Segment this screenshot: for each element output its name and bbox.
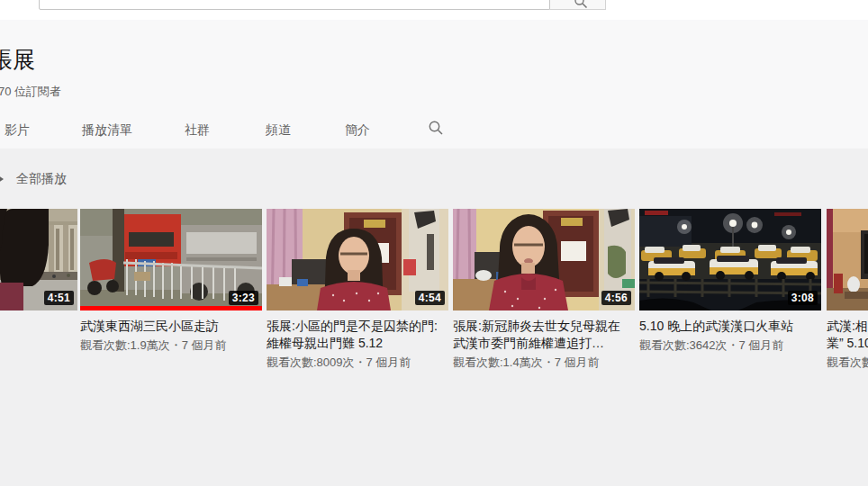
masthead: 搜尋 [0, 0, 868, 20]
video-card[interactable]: 武漢:相 業” 5.10 觀看次數: [827, 209, 868, 369]
video-title[interactable]: 續顯現5.13 [0, 318, 64, 335]
video-thumbnail[interactable]: 3:08 [639, 209, 821, 310]
play-all-icon [0, 174, 4, 184]
video-thumbnail[interactable]: 3:23 [80, 209, 262, 310]
video-thumbnail[interactable]: 4:56 [453, 209, 635, 310]
tab-playlists[interactable]: 播放清單 [82, 122, 132, 139]
video-card[interactable]: 4:51 續顯現5.13 ・7 個月前 [0, 209, 77, 352]
tab-channels[interactable]: 頻道 [266, 122, 291, 139]
video-card[interactable]: 4:56 張展:新冠肺炎去世女兒母親在武漢市委門前維權遭追打… 觀看次數:1.4… [453, 209, 635, 369]
video-title[interactable]: 武漢:相 業” 5.10 [827, 318, 868, 352]
youtube-channel-page: { "masthead": { "search_placeholder": "搜… [0, 0, 868, 486]
video-thumbnail[interactable]: 4:51 [0, 209, 77, 310]
subscriber-count: 70 位訂閱者 [0, 84, 61, 100]
duration-badge: 4:56 [601, 291, 631, 305]
thumbnail-scene-room-tv [827, 209, 868, 310]
video-meta: 觀看次數:1.9萬次・7 個月前 [80, 338, 262, 352]
video-card[interactable]: 3:08 5.10 晚上的武漢漢口火車站 觀看次數:3642次・7 個月前 [639, 209, 821, 352]
video-title[interactable]: 張展:小區的門是不是囚禁的門:維權母親出門難 5.12 [267, 318, 440, 352]
video-meta: 觀看次數: [827, 356, 868, 369]
tab-about[interactable]: 簡介 [345, 122, 370, 139]
video-meta: 觀看次數:1.4萬次・7 個月前 [453, 356, 635, 369]
video-meta: 觀看次數:8009次・7 個月前 [267, 356, 448, 369]
duration-badge: 3:23 [229, 291, 258, 305]
video-thumbnail[interactable]: 4:54 [267, 209, 448, 310]
duration-badge: 3:08 [788, 291, 818, 305]
video-card[interactable]: 3:23 武漢東西湖三民小區走訪 觀看次數:1.9萬次・7 個月前 [80, 209, 262, 352]
channel-title: 張展 [0, 45, 35, 75]
video-title[interactable]: 5.10 晚上的武漢漢口火車站 [639, 318, 813, 335]
search-input[interactable]: 搜尋 [39, 0, 550, 10]
video-thumbnail[interactable] [827, 209, 868, 310]
video-card[interactable]: 4:54 張展:小區的門是不是囚禁的門:維權母親出門難 5.12 觀看次數:80… [267, 209, 448, 369]
video-title[interactable]: 武漢東西湖三民小區走訪 [80, 318, 254, 335]
video-meta: ・7 個月前 [0, 338, 77, 352]
video-meta: 觀看次數:3642次・7 個月前 [639, 338, 821, 352]
search-icon [574, 0, 588, 9]
play-all-button[interactable]: 全部播放 [16, 171, 67, 187]
tab-community[interactable]: 社群 [185, 122, 210, 139]
duration-badge: 4:54 [415, 291, 445, 305]
video-title[interactable]: 張展:新冠肺炎去世女兒母親在武漢市委門前維權遭追打… [453, 318, 627, 352]
watch-progress-bar [80, 306, 262, 310]
channel-search-icon[interactable] [427, 119, 445, 137]
duration-badge: 4:51 [44, 291, 74, 305]
tab-videos[interactable]: 影片 [5, 122, 30, 139]
